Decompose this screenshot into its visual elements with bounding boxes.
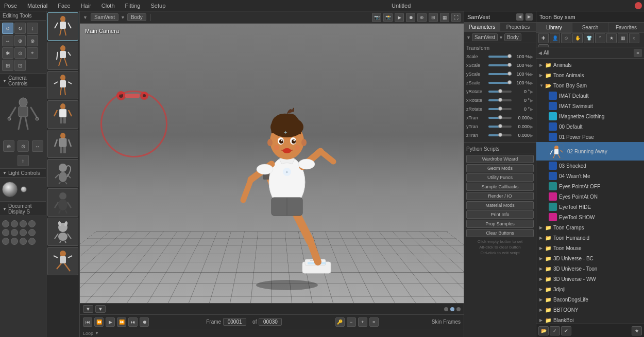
tree-item-00-default[interactable]: 00 Default [536, 121, 644, 132]
lib-icon-star-lib[interactable]: ★ [606, 33, 617, 43]
lib-icon-person[interactable]: 👤 [550, 33, 560, 43]
tool-add[interactable]: ⊕ [14, 35, 26, 46]
doc-dot-12[interactable] [28, 238, 36, 245]
lib-btn-star[interactable]: ★ [632, 326, 642, 335]
param-arrow-ztran[interactable]: ▶ [530, 133, 534, 138]
param-arrow-yscale[interactable]: ▶ [530, 72, 534, 77]
param-arrow-xscale[interactable]: ▶ [530, 63, 534, 68]
vp-snapshot-icon[interactable]: 📸 [383, 13, 393, 22]
tree-folder-toon-boy[interactable]: ▼ 📂 Toon Boy Sam [536, 80, 644, 91]
frame-current[interactable]: 00001 [223, 318, 246, 326]
tool-star[interactable]: ✱ [2, 47, 13, 59]
vp-dot-1[interactable] [444, 307, 448, 311]
lib-icon-grid2[interactable]: ▦ [618, 33, 628, 43]
cam-tool-3[interactable]: ↔ [32, 140, 43, 152]
menu-setup[interactable]: Setup [149, 3, 168, 9]
frame-key-btn[interactable]: 🔑 [335, 317, 345, 327]
tree-folder-bacondogslife[interactable]: ▶ 📁 BaconDogsLife [536, 294, 644, 305]
tree-item-imat-swimsuit[interactable]: IMAT Swimsuit [536, 101, 644, 111]
py-clear-btn[interactable]: Clear Buttons [466, 229, 534, 237]
py-print-btn[interactable]: Print Info [466, 210, 534, 219]
tree-folder-toon-humanoid[interactable]: ▶ 📁 Toon Humanoid [536, 233, 644, 243]
tool-move-v[interactable]: ↕ [27, 23, 38, 34]
doc-dot-2[interactable] [11, 220, 18, 227]
tree-folder-3d-ww[interactable]: ▶ 📁 3D Universe - WW [536, 274, 644, 284]
doc-dot-10[interactable] [11, 238, 18, 245]
tree-item-02-running[interactable]: 02 Running Away [536, 142, 644, 161]
lib-icon-circle-lib[interactable]: ○ [629, 33, 639, 43]
doc-dot-5[interactable] [2, 229, 9, 236]
frame-last-btn[interactable]: ⏭ [128, 317, 138, 327]
rph-expand-icon[interactable]: ▶ [526, 13, 533, 21]
lib-btn-folder-open[interactable]: 📂 [538, 326, 549, 335]
tree-folder-3djoji[interactable]: ▶ 📁 3djoji [536, 284, 644, 294]
3d-viewport[interactable]: Main Camera [80, 24, 464, 303]
vp-dot-3[interactable] [456, 307, 461, 311]
vp-grid-icon[interactable]: ⊞ [429, 13, 438, 22]
menu-cloth[interactable]: Cloth [99, 3, 117, 9]
tree-item-eyetool-hide[interactable]: EyeTool HIDE [536, 202, 644, 212]
py-prop-btn[interactable]: Prop Samples [466, 220, 534, 228]
tool-remove[interactable]: ⊗ [27, 35, 38, 46]
tool-undo[interactable]: ↻ [14, 23, 26, 34]
lib-icon-clothes[interactable]: 👕 [584, 33, 594, 43]
menu-fitting[interactable]: Fitting [123, 3, 143, 9]
frame-play-btn[interactable]: ▶ [106, 317, 115, 327]
vp-body-btn[interactable]: Body [127, 13, 146, 21]
main-light-orb[interactable] [2, 182, 18, 197]
tree-folder-toon-mouse[interactable]: ▶ 📁 Toon Mouse [536, 243, 644, 253]
lib-btn-check[interactable]: ✓ [550, 326, 560, 335]
lib-filter-icon[interactable]: ≡ [634, 49, 642, 57]
param-arrow-scale[interactable]: ▶ [530, 55, 534, 59]
psb-body-btn[interactable]: Body [504, 33, 521, 41]
doc-dot-4[interactable] [28, 220, 36, 227]
tree-item-eyes-on[interactable]: Eyes PointAt ON [536, 191, 644, 202]
py-utility-btn[interactable]: Utility Funcs [466, 173, 534, 182]
vp-display-btn[interactable]: ▼ [95, 305, 106, 313]
menu-hair[interactable]: Hair [79, 3, 93, 9]
param-slider-xtran[interactable] [488, 117, 512, 119]
frame-prev-btn[interactable]: ⏪ [94, 317, 104, 327]
lib-icon-cross[interactable]: ✚ [538, 33, 549, 43]
vp-perspective-btn[interactable]: ▼ [83, 305, 93, 313]
param-arrow-xrotate[interactable]: ▶ [530, 98, 534, 103]
param-slider-yscale[interactable] [488, 73, 512, 75]
thumbnail-6[interactable] [47, 159, 78, 187]
param-slider-zrotate[interactable] [488, 108, 512, 110]
notification-icon[interactable] [635, 2, 642, 9]
param-arrow-zrotate[interactable]: ▶ [530, 107, 534, 112]
py-wardrobe-btn[interactable]: Wardrobe Wizard [466, 155, 534, 163]
tool-move-h[interactable]: ↔ [2, 35, 13, 46]
py-sample-btn[interactable]: Sample Callbacks [466, 183, 534, 191]
tool-grid[interactable]: ⊞ [2, 60, 13, 71]
frame-plus-btn[interactable]: + [358, 317, 367, 327]
frame-next-btn[interactable]: ⏩ [117, 317, 126, 327]
tab-properties[interactable]: Properties [500, 23, 536, 31]
rph-collapse-icon[interactable]: ◀ [516, 13, 523, 21]
param-slider-zscale[interactable] [488, 82, 512, 84]
doc-dot-8[interactable] [28, 229, 36, 236]
thumbnail-8[interactable] [47, 218, 78, 246]
light-controls-section-label[interactable]: ▼ Light Controls [0, 168, 46, 178]
frame-total[interactable]: 00030 [259, 318, 282, 326]
py-render-btn[interactable]: Render / IO [466, 192, 534, 200]
lib-icon-smiley[interactable]: ☺ [561, 33, 571, 43]
vp-dot-2[interactable] [450, 307, 454, 311]
tree-item-imat-default[interactable]: IMAT Default [536, 91, 644, 101]
document-display-label[interactable]: ▼ Document Display S [0, 201, 46, 216]
secondary-light-orb[interactable] [21, 186, 27, 192]
thumbnail-2[interactable] [47, 42, 78, 70]
lib-icon-chevron[interactable]: ⌃ [595, 33, 605, 43]
tree-folder-toon-cramps[interactable]: ▶ 📁 Toon Cramps [536, 222, 644, 233]
param-arrow-zscale[interactable]: ▶ [530, 81, 534, 85]
doc-dot-1[interactable] [2, 220, 9, 227]
param-slider-xrotate[interactable] [488, 99, 512, 101]
tree-item-eyes-off[interactable]: Eyes PointAt OFF [536, 181, 644, 191]
tree-folder-toon-animals[interactable]: ▶ 📁 Toon Animals [536, 70, 644, 80]
thumbnail-4[interactable] [47, 100, 78, 129]
param-slider-ytran[interactable] [488, 126, 512, 128]
tree-item-imagnetize[interactable]: IMagnetize Clothing [536, 111, 644, 121]
param-arrow-yrotate[interactable]: ▶ [530, 90, 534, 94]
lib-icon-hand[interactable]: ✋ [572, 33, 583, 43]
doc-dot-6[interactable] [11, 229, 18, 236]
